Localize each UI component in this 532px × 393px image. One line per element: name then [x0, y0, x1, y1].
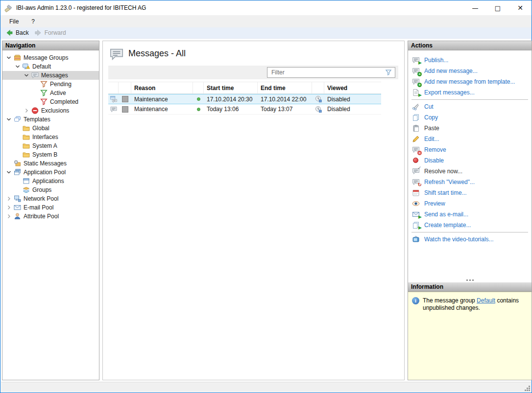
viewed-cell: Disabled — [324, 96, 381, 103]
panel-splitter[interactable] — [408, 277, 532, 282]
nav-item-applications[interactable]: Applications — [2, 177, 99, 185]
action-cut[interactable]: Cut — [408, 101, 532, 112]
chevron-right-icon[interactable] — [4, 212, 13, 220]
nav-item-templates[interactable]: Templates — [2, 115, 99, 124]
attribute-pool-icon — [13, 212, 22, 220]
info-default-link[interactable]: Default — [477, 297, 495, 304]
col-type[interactable] — [108, 82, 119, 93]
network-pool-icon — [13, 195, 22, 203]
nav-item-attribute-pool[interactable]: Attribute Pool — [2, 212, 99, 221]
nav-item-exclusions[interactable]: Exclusions — [2, 106, 99, 115]
minimize-button[interactable]: — — [464, 0, 486, 15]
resize-grip-icon[interactable] — [524, 385, 530, 391]
nav-item-application-pool[interactable]: Application Pool — [2, 168, 99, 177]
folder-icon — [22, 124, 30, 132]
back-button[interactable]: Back — [3, 29, 32, 37]
copy-icon — [412, 114, 420, 121]
menu-help[interactable]: ? — [27, 17, 39, 26]
forward-button[interactable]: Forward — [32, 29, 70, 37]
action-resolve-now[interactable]: ✓ Resolve now... — [408, 166, 532, 177]
action-refresh-viewed[interactable]: ↻ Refresh "Viewed"... — [408, 177, 532, 187]
filter-box — [267, 67, 395, 78]
action-watch-video-tutorials[interactable]: Watch the video-tutorials... — [408, 234, 532, 245]
menu-file[interactable]: File — [5, 17, 23, 26]
chevron-spacer — [4, 160, 13, 167]
status-dot-icon — [197, 97, 200, 101]
nav-item-interfaces[interactable]: Interfaces — [2, 133, 99, 141]
app-icon — [4, 4, 13, 12]
window-controls: — □ ✕ — [464, 0, 532, 15]
action-shift-start-time[interactable]: Shift start time... — [408, 187, 532, 198]
action-disable[interactable]: Disable — [408, 155, 532, 166]
navigation-toolbar: Back Forward — [0, 27, 532, 39]
chevron-spacer — [31, 80, 40, 88]
navigation-tree: Message Groups Default Messages Pending — [2, 50, 99, 221]
nav-item-active[interactable]: Active — [2, 89, 99, 97]
reason-cell: Maintenance — [131, 106, 193, 113]
workspace: Navigation Message Groups Default Messag… — [1, 39, 531, 382]
chevron-right-icon[interactable] — [4, 204, 13, 211]
groups-icon — [22, 186, 30, 194]
action-create-template[interactable]: ▶ Create template... — [408, 220, 532, 231]
col-viewed-icon[interactable] — [312, 82, 324, 93]
col-color[interactable] — [119, 82, 131, 93]
nav-item-default[interactable]: Default — [2, 62, 99, 71]
chevron-down-icon[interactable] — [13, 63, 22, 70]
nav-item-network-pool[interactable]: Network Pool — [2, 194, 99, 203]
nav-item-messages[interactable]: Messages — [2, 71, 99, 80]
nav-item-system-a[interactable]: System A — [2, 141, 99, 150]
chevron-down-icon[interactable] — [4, 116, 13, 123]
message-window-icon — [110, 95, 118, 103]
color-indicator — [122, 96, 128, 102]
filter-strip — [108, 66, 398, 79]
nav-item-completed[interactable]: Completed — [2, 97, 99, 106]
close-button[interactable]: ✕ — [509, 0, 532, 15]
action-add-new-message[interactable]: + Add new message... — [408, 66, 532, 76]
chevron-right-icon[interactable] — [22, 107, 31, 115]
nav-item-groups[interactable]: Groups — [2, 185, 99, 194]
nav-item-system-b[interactable]: System B — [2, 150, 99, 159]
actions-separator — [411, 99, 528, 100]
chevron-spacer — [13, 133, 22, 141]
navigation-panel-header: Navigation — [2, 41, 99, 50]
chevron-down-icon[interactable] — [22, 71, 31, 79]
right-panel: Actions ▶ Publish... + Add new message..… — [408, 41, 532, 380]
nav-item-static-messages[interactable]: Static Messages — [2, 159, 99, 168]
action-send-as-email[interactable]: ▶ Send as e-mail... — [408, 209, 532, 220]
create-template-icon: ▶ — [412, 221, 420, 229]
action-edit[interactable]: Edit... — [408, 134, 532, 144]
table-row[interactable]: Maintenance Today 13:06 Today 13:07 Disa… — [108, 104, 381, 115]
nav-item-global[interactable]: Global — [2, 124, 99, 133]
reason-cell: Maintenance — [131, 96, 193, 103]
status-dot-icon — [197, 108, 200, 111]
action-copy[interactable]: Copy — [408, 112, 532, 123]
funnel-active-icon — [40, 89, 48, 97]
col-end-time[interactable]: End time — [258, 82, 312, 93]
chevron-down-icon[interactable] — [4, 54, 13, 62]
maximize-button[interactable]: □ — [486, 0, 509, 15]
table-row[interactable]: Maintenance 17.10.2014 20:30 17.10.2014 … — [108, 94, 381, 104]
action-preview[interactable]: Preview — [408, 198, 532, 209]
page-title: Messages - All — [128, 48, 186, 59]
col-reason[interactable]: Reason — [131, 82, 193, 93]
add-message-template-icon: + — [412, 78, 420, 86]
filter-funnel-icon[interactable] — [385, 69, 392, 76]
nav-item-pending[interactable]: Pending — [2, 80, 99, 89]
filter-input[interactable] — [267, 69, 385, 76]
action-publish[interactable]: ▶ Publish... — [408, 55, 532, 66]
col-viewed[interactable]: Viewed — [324, 82, 381, 93]
action-export-messages[interactable]: ▶ Export messages... — [408, 87, 532, 98]
nav-item-email-pool[interactable]: E-mail Pool — [2, 203, 99, 212]
info-text-before: The message group — [423, 297, 477, 304]
chevron-down-icon[interactable] — [4, 168, 13, 176]
action-add-message-from-template[interactable]: + Add new message from template... — [408, 76, 532, 87]
col-start-time[interactable]: Start time — [204, 82, 258, 93]
col-status[interactable] — [193, 82, 204, 93]
chevron-spacer — [13, 186, 22, 194]
clock-icon — [314, 95, 322, 103]
action-paste[interactable]: Paste — [408, 123, 532, 134]
chevron-spacer — [31, 98, 40, 106]
chevron-right-icon[interactable] — [4, 195, 13, 203]
action-remove[interactable]: × Remove — [408, 144, 532, 155]
nav-item-message-groups[interactable]: Message Groups — [2, 53, 99, 62]
